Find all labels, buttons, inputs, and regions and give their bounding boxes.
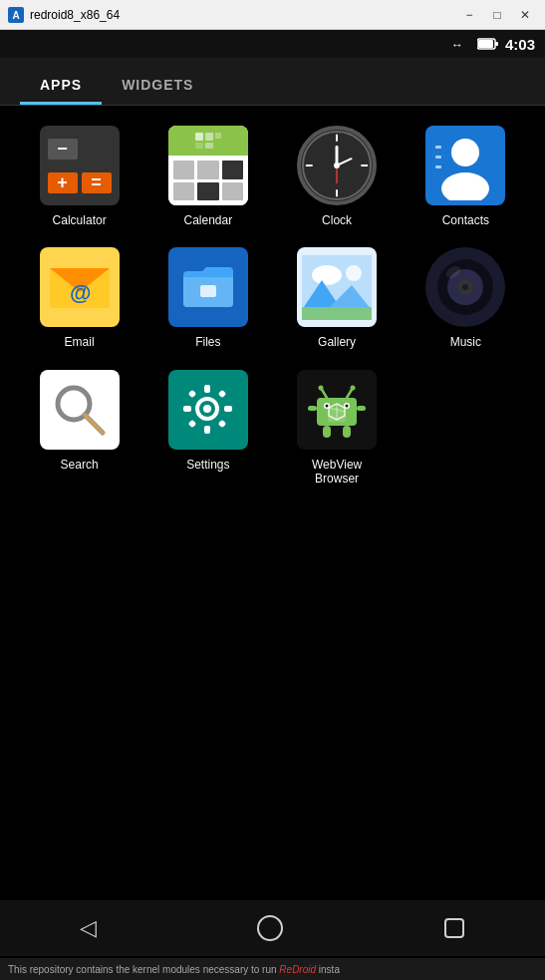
tab-apps[interactable]: APPS: [20, 65, 102, 105]
svg-rect-10: [205, 143, 213, 149]
calendar-header: [168, 126, 248, 156]
svg-rect-63: [357, 406, 366, 411]
calendar-icon: [168, 126, 248, 205]
calc-plus: +: [48, 172, 78, 193]
status-icons: ↔ 4:03: [451, 36, 535, 53]
status-time: 4:03: [505, 36, 535, 53]
battery-icon: [477, 37, 499, 51]
svg-text:↔: ↔: [451, 38, 463, 51]
tab-widgets[interactable]: WIDGETS: [102, 65, 213, 105]
webview-label: WebView Browser: [312, 458, 362, 487]
maximize-button[interactable]: □: [485, 4, 509, 26]
app-email[interactable]: @ Email: [20, 247, 138, 349]
svg-rect-7: [205, 133, 213, 141]
svg-point-68: [319, 385, 324, 390]
contacts-icon: [425, 126, 505, 205]
svg-rect-64: [323, 426, 331, 438]
svg-rect-75: [445, 919, 463, 937]
svg-rect-28: [200, 285, 216, 297]
svg-rect-34: [302, 307, 372, 320]
nav-bar: ◁: [0, 900, 545, 956]
tabs-bar: APPS WIDGETS: [0, 58, 545, 106]
app-search[interactable]: Search: [20, 370, 138, 487]
settings-label: Settings: [186, 458, 229, 472]
arrows-icon: ↔: [451, 37, 471, 51]
email-label: Email: [65, 335, 95, 349]
app-grid: − + = Calculator: [0, 106, 545, 506]
app-contacts[interactable]: Contacts: [407, 126, 525, 227]
app-music[interactable]: Music: [407, 247, 525, 349]
window-controls: − □ ✕: [457, 4, 537, 26]
search-label: Search: [61, 458, 99, 472]
svg-point-21: [441, 172, 489, 200]
svg-point-47: [203, 405, 211, 413]
svg-rect-50: [183, 406, 191, 412]
svg-rect-48: [204, 385, 210, 393]
home-button[interactable]: [256, 914, 284, 942]
svg-point-30: [312, 265, 342, 285]
calculator-icon: − + =: [40, 126, 120, 205]
svg-rect-6: [195, 133, 203, 141]
svg-text:A: A: [12, 10, 19, 21]
svg-rect-4: [478, 40, 493, 48]
clock-icon: [297, 126, 377, 205]
svg-point-20: [451, 139, 479, 166]
svg-rect-65: [343, 426, 351, 438]
bottom-info-bar: This repository contains the kernel modu…: [0, 958, 545, 980]
status-bar: ↔ 4:03: [0, 30, 545, 58]
svg-rect-49: [204, 426, 210, 434]
svg-rect-23: [435, 156, 441, 159]
brand-text: ReDroid: [279, 964, 316, 975]
svg-point-69: [351, 385, 356, 390]
title-bar: A redroid8_x86_64 − □ ✕: [0, 0, 545, 30]
files-label: Files: [195, 335, 220, 349]
window-title: redroid8_x86_64: [30, 8, 457, 22]
svg-rect-5: [495, 42, 498, 46]
search-icon: [40, 370, 120, 450]
bottom-text: This repository contains the kernel modu…: [8, 964, 340, 975]
svg-rect-9: [195, 143, 203, 149]
app-icon-small: A: [8, 7, 24, 23]
app-webview[interactable]: WebView Browser: [278, 370, 397, 487]
music-label: Music: [450, 335, 481, 349]
svg-point-39: [462, 284, 468, 290]
contacts-label: Contacts: [442, 213, 489, 227]
calculator-label: Calculator: [53, 213, 107, 227]
app-calculator[interactable]: − + = Calculator: [20, 126, 138, 227]
svg-rect-8: [215, 133, 221, 139]
svg-rect-22: [435, 146, 441, 149]
app-files[interactable]: Files: [148, 247, 267, 349]
gallery-label: Gallery: [318, 335, 356, 349]
svg-rect-62: [308, 406, 317, 411]
svg-point-74: [258, 916, 282, 940]
music-icon: [425, 247, 505, 327]
back-button[interactable]: ◁: [80, 915, 97, 941]
svg-point-61: [346, 404, 349, 407]
svg-rect-51: [224, 406, 232, 412]
close-button[interactable]: ✕: [513, 4, 537, 26]
webview-icon: [297, 370, 377, 450]
calendar-label: Calendar: [184, 213, 233, 227]
calc-minus: −: [48, 139, 78, 160]
svg-text:@: @: [70, 280, 91, 305]
svg-point-31: [346, 265, 362, 281]
app-clock[interactable]: Clock: [278, 126, 397, 227]
app-settings[interactable]: Settings: [148, 370, 267, 487]
app-gallery[interactable]: Gallery: [278, 247, 397, 349]
recents-button[interactable]: [443, 917, 465, 939]
files-icon: [168, 247, 248, 327]
clock-label: Clock: [322, 213, 352, 227]
settings-icon: [168, 370, 248, 450]
svg-rect-24: [435, 165, 441, 168]
email-icon: @: [40, 247, 120, 327]
svg-point-19: [334, 163, 340, 168]
minimize-button[interactable]: −: [457, 4, 481, 26]
app-calendar[interactable]: Calendar: [148, 126, 267, 227]
svg-point-60: [326, 404, 329, 407]
gallery-icon: [297, 247, 377, 327]
calc-equals: =: [82, 172, 112, 193]
